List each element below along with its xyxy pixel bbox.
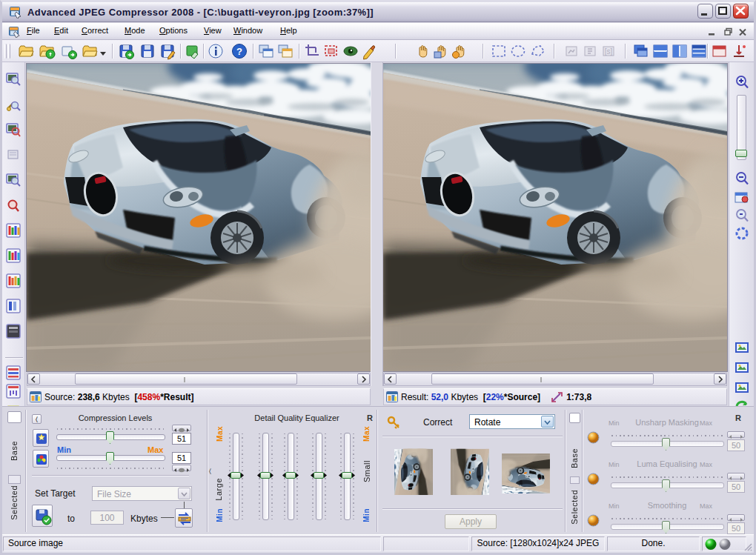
svg-text:?: ? <box>236 46 242 57</box>
svg-text:[s]: [s] <box>605 47 613 56</box>
